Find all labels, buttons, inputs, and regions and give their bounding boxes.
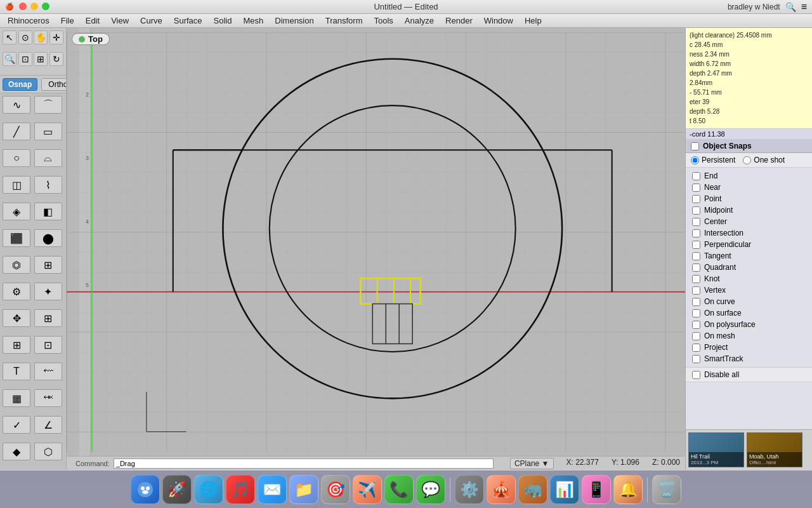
- tool-dim[interactable]: ⬳: [34, 363, 62, 380]
- menu-render[interactable]: Render: [440, 15, 478, 27]
- tool-mirror[interactable]: ⊡: [34, 336, 62, 354]
- dock-safari[interactable]: 🌐: [194, 475, 223, 504]
- snap-knot[interactable]: Knot: [686, 273, 812, 284]
- dock-facetime[interactable]: 📞: [384, 475, 414, 504]
- dock-music[interactable]: 🎵: [226, 475, 255, 504]
- tool-leader[interactable]: ⬺: [34, 389, 62, 407]
- viewport-canvas[interactable]: Top 2 3 4 5: [67, 28, 685, 456]
- object-snaps-toggle[interactable]: [691, 142, 699, 150]
- dock-app2[interactable]: ✈️: [353, 475, 382, 504]
- tool-curve-pt[interactable]: ∿: [3, 96, 30, 114]
- menu-rhinoceros[interactable]: Rhinoceros: [3, 15, 55, 27]
- tool-arc[interactable]: ⌓: [34, 149, 62, 167]
- oneshot-radio-label[interactable]: One shot: [743, 156, 785, 164]
- menu-tools[interactable]: Tools: [369, 15, 398, 27]
- snap-onpolysurface[interactable]: On polysurface: [686, 319, 812, 330]
- dock-launchpad[interactable]: 🚀: [162, 475, 192, 504]
- dock-app5[interactable]: 📱: [582, 475, 611, 504]
- menu-edit[interactable]: Edit: [81, 15, 105, 27]
- dock-rhinoceros[interactable]: 🦏: [518, 475, 547, 504]
- persistent-radio[interactable]: [691, 156, 699, 164]
- snap-perpendicular[interactable]: Perpendicular: [686, 239, 812, 250]
- menu-solid[interactable]: Solid: [209, 15, 237, 27]
- snap-tangent[interactable]: Tangent: [686, 250, 812, 262]
- rotate-tool[interactable]: ↻: [49, 52, 63, 66]
- tool-angle[interactable]: ∠: [34, 416, 62, 434]
- tool-explode[interactable]: ✦: [34, 283, 62, 300]
- menu-surface[interactable]: Surface: [169, 15, 207, 27]
- menu-analyze[interactable]: Analyze: [400, 15, 439, 27]
- dock-app6[interactable]: 🔔: [613, 475, 643, 504]
- ortho-button[interactable]: Ortho: [41, 78, 67, 91]
- tool-sphere[interactable]: ⬤: [34, 229, 62, 247]
- dock-finder[interactable]: [131, 475, 160, 504]
- tool-offset[interactable]: ◫: [3, 176, 30, 194]
- snap-midpoint[interactable]: Midpoint: [686, 204, 812, 216]
- tool-line[interactable]: ╱: [3, 123, 30, 140]
- tool-hatch[interactable]: ▦: [3, 389, 30, 407]
- tool-cylinder[interactable]: ⏣: [3, 256, 30, 274]
- list-icon[interactable]: ≡: [801, 1, 807, 13]
- tool-3dface[interactable]: ◈: [3, 203, 30, 220]
- search-icon[interactable]: 🔍: [785, 2, 796, 12]
- select-tool[interactable]: ↖: [3, 30, 16, 44]
- close-button[interactable]: [19, 3, 27, 10]
- tool-box[interactable]: ⬛: [3, 229, 30, 247]
- tool-surface[interactable]: ◧: [34, 203, 62, 220]
- dock-files[interactable]: 📁: [289, 475, 318, 504]
- oneshot-radio[interactable]: [743, 156, 751, 164]
- dock-app3[interactable]: 🎪: [487, 475, 516, 504]
- menu-mesh[interactable]: Mesh: [239, 15, 269, 27]
- menu-help[interactable]: Help: [520, 15, 547, 27]
- dock-syspref[interactable]: ⚙️: [455, 475, 484, 504]
- snap-center[interactable]: Center: [686, 216, 812, 227]
- menu-file[interactable]: File: [56, 15, 79, 27]
- tool-array[interactable]: ⊞: [3, 336, 30, 354]
- snap-onmesh[interactable]: On mesh: [686, 330, 812, 342]
- dock-app1[interactable]: 🎯: [321, 475, 350, 504]
- tool-render-obj[interactable]: ◆: [3, 443, 30, 460]
- snap-intersection[interactable]: Intersection: [686, 227, 812, 239]
- disable-all-checkbox[interactable]: [692, 371, 700, 379]
- snap-point[interactable]: Point: [686, 193, 812, 204]
- snap-vertex[interactable]: Vertex: [686, 284, 812, 296]
- dock-app4[interactable]: 📊: [550, 475, 579, 504]
- snap-quadrant[interactable]: Quadrant: [686, 262, 812, 273]
- menu-curve[interactable]: Curve: [135, 15, 167, 27]
- zoom-extent-tool[interactable]: ⊞: [34, 52, 48, 66]
- osnap-button[interactable]: Osnap: [3, 78, 37, 91]
- tool-check[interactable]: ✓: [3, 416, 30, 434]
- tool-move[interactable]: ✥: [3, 309, 30, 327]
- dock-mail[interactable]: ✉️: [258, 475, 287, 504]
- snap-end[interactable]: End: [686, 170, 812, 182]
- snap-oncurve[interactable]: On curve: [686, 296, 812, 307]
- tool-rect[interactable]: ▭: [34, 123, 62, 140]
- thumbnail-1[interactable]: Hil Trail 2013...3 PM: [688, 432, 744, 467]
- menu-view[interactable]: View: [106, 15, 134, 27]
- dock-trash[interactable]: 🗑️: [652, 475, 681, 504]
- dock-messages[interactable]: 💬: [416, 475, 445, 504]
- cplane-select[interactable]: CPlane ▼: [510, 458, 554, 469]
- command-input[interactable]: [114, 458, 494, 469]
- snap-near[interactable]: Near: [686, 182, 812, 193]
- pan-tool[interactable]: ✋: [34, 30, 48, 44]
- tool-freeform[interactable]: ⌒: [34, 96, 62, 114]
- zoom-tool[interactable]: 🔍: [3, 52, 16, 66]
- disable-all-row[interactable]: Disable all: [686, 367, 812, 382]
- snap-onsurface[interactable]: On surface: [686, 307, 812, 319]
- tool-boolean[interactable]: ⚙: [3, 283, 30, 300]
- maximize-button[interactable]: [42, 3, 49, 10]
- menu-dimension[interactable]: Dimension: [270, 15, 318, 27]
- tool-pipe[interactable]: ⊞: [34, 256, 62, 274]
- tool-text[interactable]: T: [3, 363, 30, 380]
- tool-lights[interactable]: ⬡: [34, 443, 62, 460]
- tool-circle[interactable]: ○: [3, 149, 30, 167]
- tool-blend[interactable]: ⌇: [34, 176, 62, 194]
- snap-project[interactable]: Project: [686, 342, 812, 353]
- point-tool[interactable]: ⊙: [18, 30, 32, 44]
- minimize-button[interactable]: [30, 3, 38, 10]
- thumbnail-2[interactable]: Moab, Utah Offici....html: [747, 432, 802, 467]
- menu-transform[interactable]: Transform: [320, 15, 368, 27]
- tool-copy[interactable]: ⊞: [34, 309, 62, 327]
- menu-window[interactable]: Window: [479, 15, 518, 27]
